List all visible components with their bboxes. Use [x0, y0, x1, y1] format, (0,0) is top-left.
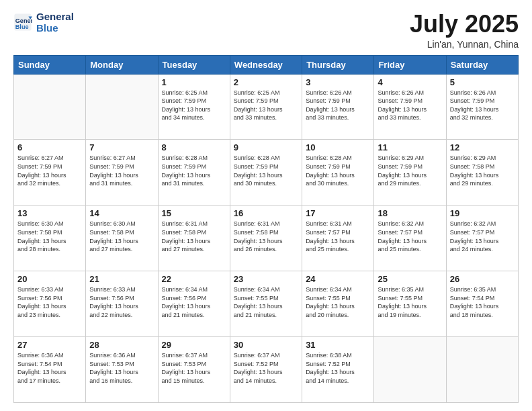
day-cell: 22Sunrise: 6:34 AM Sunset: 7:56 PM Dayli…	[158, 271, 230, 337]
calendar-table: Sunday Monday Tuesday Wednesday Thursday…	[13, 55, 519, 403]
header-wednesday: Wednesday	[230, 55, 302, 74]
day-info: Sunrise: 6:29 AM Sunset: 7:58 PM Dayligh…	[450, 154, 515, 187]
day-cell: 10Sunrise: 6:28 AM Sunset: 7:59 PM Dayli…	[302, 140, 374, 205]
day-number: 10	[306, 142, 370, 152]
day-info: Sunrise: 6:36 AM Sunset: 7:53 PM Dayligh…	[89, 351, 154, 385]
day-info: Sunrise: 6:34 AM Sunset: 7:56 PM Dayligh…	[162, 285, 226, 319]
day-info: Sunrise: 6:36 AM Sunset: 7:54 PM Dayligh…	[17, 351, 82, 385]
day-number: 1	[162, 77, 226, 87]
day-cell: 12Sunrise: 6:29 AM Sunset: 7:58 PM Dayli…	[446, 140, 518, 205]
day-info: Sunrise: 6:26 AM Sunset: 7:59 PM Dayligh…	[378, 89, 442, 122]
day-cell: 31Sunrise: 6:38 AM Sunset: 7:52 PM Dayli…	[302, 337, 374, 403]
day-cell: 24Sunrise: 6:34 AM Sunset: 7:55 PM Dayli…	[302, 271, 374, 337]
day-info: Sunrise: 6:33 AM Sunset: 7:56 PM Dayligh…	[89, 285, 154, 319]
day-cell: 29Sunrise: 6:37 AM Sunset: 7:53 PM Dayli…	[158, 337, 230, 403]
day-info: Sunrise: 6:27 AM Sunset: 7:59 PM Dayligh…	[89, 154, 154, 187]
day-number: 6	[17, 142, 82, 152]
week-row-4: 20Sunrise: 6:33 AM Sunset: 7:56 PM Dayli…	[14, 271, 519, 337]
day-cell: 27Sunrise: 6:36 AM Sunset: 7:54 PM Dayli…	[14, 337, 86, 403]
week-row-1: 1Sunrise: 6:25 AM Sunset: 7:59 PM Daylig…	[14, 74, 519, 140]
day-info: Sunrise: 6:31 AM Sunset: 7:58 PM Dayligh…	[162, 220, 226, 253]
day-cell: 20Sunrise: 6:33 AM Sunset: 7:56 PM Dayli…	[14, 271, 86, 337]
logo-text-general: General	[36, 11, 74, 22]
day-info: Sunrise: 6:37 AM Sunset: 7:53 PM Dayligh…	[162, 351, 226, 385]
day-cell: 16Sunrise: 6:31 AM Sunset: 7:58 PM Dayli…	[230, 205, 302, 271]
main-title: July 2025	[410, 11, 519, 38]
header-thursday: Thursday	[302, 55, 374, 74]
day-cell: 9Sunrise: 6:28 AM Sunset: 7:59 PM Daylig…	[230, 140, 302, 205]
day-number: 30	[234, 340, 298, 350]
day-number: 19	[450, 208, 515, 218]
header-tuesday: Tuesday	[158, 55, 230, 74]
header-sunday: Sunday	[14, 55, 86, 74]
day-info: Sunrise: 6:37 AM Sunset: 7:52 PM Dayligh…	[234, 351, 298, 385]
day-info: Sunrise: 6:32 AM Sunset: 7:57 PM Dayligh…	[378, 220, 442, 253]
day-number: 29	[162, 340, 226, 350]
day-cell: 17Sunrise: 6:31 AM Sunset: 7:57 PM Dayli…	[302, 205, 374, 271]
day-info: Sunrise: 6:30 AM Sunset: 7:58 PM Dayligh…	[89, 220, 154, 253]
day-number: 20	[17, 274, 82, 284]
day-cell: 1Sunrise: 6:25 AM Sunset: 7:59 PM Daylig…	[158, 74, 230, 140]
day-cell: 30Sunrise: 6:37 AM Sunset: 7:52 PM Dayli…	[230, 337, 302, 403]
day-number: 12	[450, 142, 515, 152]
day-cell: 3Sunrise: 6:26 AM Sunset: 7:59 PM Daylig…	[302, 74, 374, 140]
day-number: 25	[378, 274, 442, 284]
day-number: 2	[234, 77, 298, 87]
day-info: Sunrise: 6:35 AM Sunset: 7:54 PM Dayligh…	[450, 285, 515, 319]
day-cell: 6Sunrise: 6:27 AM Sunset: 7:59 PM Daylig…	[14, 140, 86, 205]
day-cell: 4Sunrise: 6:26 AM Sunset: 7:59 PM Daylig…	[374, 74, 446, 140]
day-number: 8	[162, 142, 226, 152]
day-info: Sunrise: 6:25 AM Sunset: 7:59 PM Dayligh…	[162, 89, 226, 122]
day-number: 13	[17, 208, 82, 218]
day-number: 4	[378, 77, 442, 87]
day-number: 16	[234, 208, 298, 218]
day-cell	[374, 337, 446, 403]
day-number: 18	[378, 208, 442, 218]
day-info: Sunrise: 6:31 AM Sunset: 7:58 PM Dayligh…	[234, 220, 298, 253]
weekday-header-row: Sunday Monday Tuesday Wednesday Thursday…	[14, 55, 519, 74]
day-number: 27	[17, 340, 82, 350]
page-header: General Blue General Blue July 2025 Lin'…	[13, 11, 519, 50]
week-row-5: 27Sunrise: 6:36 AM Sunset: 7:54 PM Dayli…	[14, 337, 519, 403]
day-cell: 23Sunrise: 6:34 AM Sunset: 7:55 PM Dayli…	[230, 271, 302, 337]
day-number: 23	[234, 274, 298, 284]
day-info: Sunrise: 6:27 AM Sunset: 7:59 PM Dayligh…	[17, 154, 82, 187]
day-cell: 15Sunrise: 6:31 AM Sunset: 7:58 PM Dayli…	[158, 205, 230, 271]
day-cell	[14, 74, 86, 140]
day-number: 17	[306, 208, 370, 218]
logo-text-blue: Blue	[36, 22, 74, 34]
week-row-2: 6Sunrise: 6:27 AM Sunset: 7:59 PM Daylig…	[14, 140, 519, 205]
day-number: 15	[162, 208, 226, 218]
logo: General Blue General Blue	[13, 11, 74, 34]
day-cell: 14Sunrise: 6:30 AM Sunset: 7:58 PM Dayli…	[86, 205, 158, 271]
day-info: Sunrise: 6:26 AM Sunset: 7:59 PM Dayligh…	[450, 89, 515, 122]
week-row-3: 13Sunrise: 6:30 AM Sunset: 7:58 PM Dayli…	[14, 205, 519, 271]
day-cell: 8Sunrise: 6:28 AM Sunset: 7:59 PM Daylig…	[158, 140, 230, 205]
header-saturday: Saturday	[446, 55, 518, 74]
header-friday: Friday	[374, 55, 446, 74]
calendar-page: General Blue General Blue July 2025 Lin'…	[0, 0, 532, 411]
day-cell: 18Sunrise: 6:32 AM Sunset: 7:57 PM Dayli…	[374, 205, 446, 271]
day-info: Sunrise: 6:35 AM Sunset: 7:55 PM Dayligh…	[378, 285, 442, 319]
day-number: 9	[234, 142, 298, 152]
day-info: Sunrise: 6:29 AM Sunset: 7:59 PM Dayligh…	[378, 154, 442, 187]
day-number: 3	[306, 77, 370, 87]
day-cell: 7Sunrise: 6:27 AM Sunset: 7:59 PM Daylig…	[86, 140, 158, 205]
day-info: Sunrise: 6:34 AM Sunset: 7:55 PM Dayligh…	[234, 285, 298, 319]
day-number: 24	[306, 274, 370, 284]
day-cell: 5Sunrise: 6:26 AM Sunset: 7:59 PM Daylig…	[446, 74, 518, 140]
day-info: Sunrise: 6:31 AM Sunset: 7:57 PM Dayligh…	[306, 220, 370, 253]
day-cell	[446, 337, 518, 403]
day-cell: 2Sunrise: 6:25 AM Sunset: 7:59 PM Daylig…	[230, 74, 302, 140]
day-cell: 21Sunrise: 6:33 AM Sunset: 7:56 PM Dayli…	[86, 271, 158, 337]
svg-text:Blue: Blue	[15, 24, 29, 30]
day-number: 5	[450, 77, 515, 87]
day-number: 14	[89, 208, 154, 218]
day-number: 28	[89, 340, 154, 350]
day-info: Sunrise: 6:34 AM Sunset: 7:55 PM Dayligh…	[306, 285, 370, 319]
header-monday: Monday	[86, 55, 158, 74]
day-number: 26	[450, 274, 515, 284]
day-info: Sunrise: 6:28 AM Sunset: 7:59 PM Dayligh…	[234, 154, 298, 187]
day-info: Sunrise: 6:28 AM Sunset: 7:59 PM Dayligh…	[162, 154, 226, 187]
day-number: 21	[89, 274, 154, 284]
